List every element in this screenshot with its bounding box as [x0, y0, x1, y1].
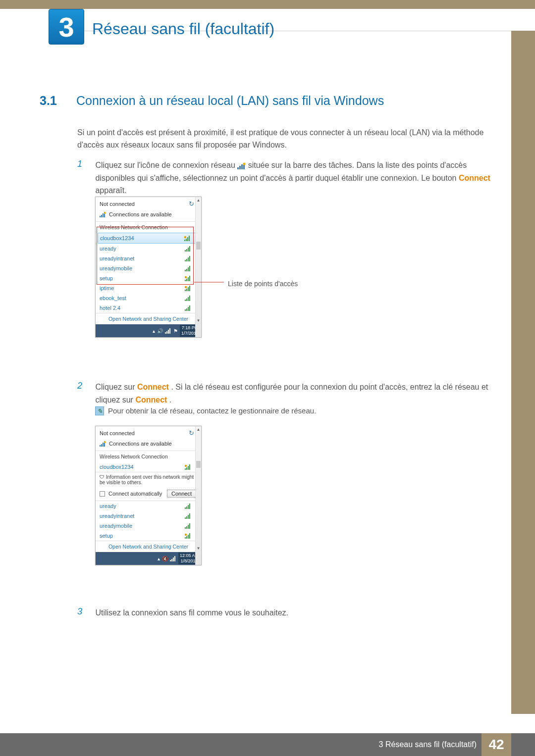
tray-speaker-icon[interactable]: 🔊	[157, 328, 163, 334]
network-item-selected[interactable]: cloudbox1234	[96, 462, 201, 472]
svg-rect-43	[188, 307, 189, 311]
step-2-number: 2	[77, 381, 93, 391]
svg-rect-80	[174, 556, 175, 561]
network-item[interactable]: ureadyintranet	[96, 511, 201, 521]
wireless-header[interactable]: Wireless Network Connection ˄	[96, 451, 201, 462]
open-network-center-link[interactable]: Open Network and Sharing Center	[96, 541, 201, 552]
network-flyout-2: ▲ ▼ Not connected ↻ Connections are avai…	[95, 426, 202, 565]
svg-rect-23	[185, 270, 186, 271]
network-name: hotel 2.4	[100, 305, 120, 311]
network-item[interactable]: ureadymobile	[96, 263, 201, 273]
svg-rect-72	[185, 537, 186, 539]
footer-text: 3 Réseau sans fil (facultatif)	[379, 740, 477, 749]
svg-rect-75	[189, 533, 190, 539]
svg-rect-7	[103, 213, 104, 217]
network-name: uready	[100, 503, 116, 509]
signal-icon	[185, 266, 191, 271]
svg-rect-33	[186, 289, 187, 291]
tray-network-icon[interactable]	[170, 556, 176, 561]
scrollbar[interactable]: ▲ ▼	[195, 197, 201, 337]
step-1-number: 1	[77, 159, 93, 169]
tray-chevron-icon[interactable]: ▴	[153, 328, 155, 334]
tray-flag-icon[interactable]: ⚑	[173, 328, 178, 334]
step-1-text-c: apparaît.	[95, 186, 126, 195]
svg-point-76	[185, 533, 187, 535]
open-network-center-link[interactable]: Open Network and Sharing Center	[96, 313, 201, 324]
svg-rect-37	[185, 300, 186, 301]
scrollbar[interactable]: ▲ ▼	[195, 426, 201, 565]
svg-rect-65	[186, 516, 187, 519]
scroll-up-icon[interactable]: ▲	[196, 197, 201, 203]
step-2-body: Cliquez sur Connect . Si la clé réseau e…	[95, 381, 498, 406]
page: 3 Réseau sans fil (facultatif) 3.1 Conne…	[0, 0, 535, 756]
signal-icon	[185, 513, 191, 519]
callout-label: Liste de points d'accès	[228, 280, 298, 288]
network-name: cloudbox1234	[100, 235, 134, 241]
svg-rect-78	[171, 559, 172, 561]
svg-rect-2	[241, 164, 243, 169]
svg-rect-71	[189, 523, 190, 529]
scroll-thumb[interactable]	[196, 461, 201, 468]
network-item[interactable]: ureadymobile	[96, 521, 201, 531]
network-item[interactable]: setup	[96, 273, 201, 283]
available-text: Connections are available	[109, 211, 172, 217]
status-text: Not connected	[100, 430, 135, 436]
wireless-header[interactable]: Wireless Network Connection ˄	[96, 221, 201, 233]
svg-rect-29	[188, 277, 189, 281]
signal-icon	[185, 504, 191, 509]
svg-rect-12	[187, 237, 188, 241]
scroll-down-icon[interactable]: ▼	[196, 545, 201, 551]
footer-page-number: 42	[482, 733, 511, 756]
svg-rect-5	[100, 216, 101, 217]
svg-rect-0	[237, 167, 239, 169]
step-2: 2 Cliquez sur Connect . Si la clé réseau…	[77, 381, 500, 406]
network-name: uready	[100, 246, 116, 252]
svg-rect-28	[186, 279, 187, 281]
scroll-thumb[interactable]	[196, 242, 201, 250]
tray-speaker-stop-icon[interactable]: 🔇	[162, 556, 168, 561]
svg-rect-20	[186, 259, 187, 261]
wireless-header-label: Wireless Network Connection	[100, 224, 168, 230]
signal-icon	[100, 212, 106, 217]
network-item[interactable]: uready	[96, 244, 201, 253]
refresh-icon[interactable]: ↻	[189, 200, 194, 207]
step-1: 1 Cliquez sur l'icône de connexion résea…	[77, 159, 500, 197]
network-item[interactable]: iptime	[96, 283, 201, 293]
scroll-up-icon[interactable]: ▲	[196, 426, 201, 432]
network-item[interactable]: setup	[96, 531, 201, 541]
network-tray-icon	[237, 162, 246, 169]
network-item[interactable]: ebook_test	[96, 293, 201, 303]
network-item[interactable]: hotel 2.4	[96, 303, 201, 313]
tray-chevron-icon[interactable]: ▴	[158, 556, 160, 561]
note: ✎ Pour obtenir la clé réseau, contactez …	[95, 406, 500, 415]
network-item[interactable]: cloudbox1234	[98, 233, 198, 244]
svg-rect-1	[239, 166, 241, 169]
figure-1: ▲ ▼ Not connected ↻ Connections are avai…	[95, 197, 202, 338]
svg-rect-10	[184, 240, 185, 241]
connect-automatically-checkbox[interactable]	[100, 491, 105, 497]
svg-rect-68	[185, 527, 186, 529]
connect-button[interactable]: Connect	[167, 490, 196, 498]
taskbar-tray: ▴ 🔇 12:05 AM 1/8/2010	[96, 552, 201, 565]
refresh-icon[interactable]: ↻	[189, 429, 194, 437]
step-2-connect-bold-1: Connect	[137, 383, 169, 391]
network-item[interactable]: ureadyintranet	[96, 253, 201, 263]
step-2-text-a: Cliquez sur	[95, 383, 137, 391]
svg-rect-58	[189, 464, 190, 470]
svg-point-31	[185, 276, 187, 278]
network-name: ureadyintranet	[100, 513, 134, 519]
svg-rect-50	[100, 445, 101, 447]
step-2-text-c: .	[169, 396, 171, 404]
svg-rect-40	[189, 296, 190, 301]
network-item[interactable]: uready	[96, 501, 201, 511]
tray-network-icon[interactable]	[165, 328, 171, 334]
svg-rect-24	[186, 269, 187, 271]
scroll-down-icon[interactable]: ▼	[196, 317, 201, 323]
step-3: 3 Utilisez la connexion sans fil comme v…	[77, 606, 500, 619]
network-name: iptime	[100, 285, 114, 291]
network-flyout-1: ▲ ▼ Not connected ↻ Connections are avai…	[95, 197, 202, 338]
svg-rect-69	[186, 526, 187, 529]
signal-icon	[185, 296, 191, 301]
signal-icon	[185, 256, 191, 261]
security-warning-text: Information sent over this network might…	[100, 474, 194, 485]
